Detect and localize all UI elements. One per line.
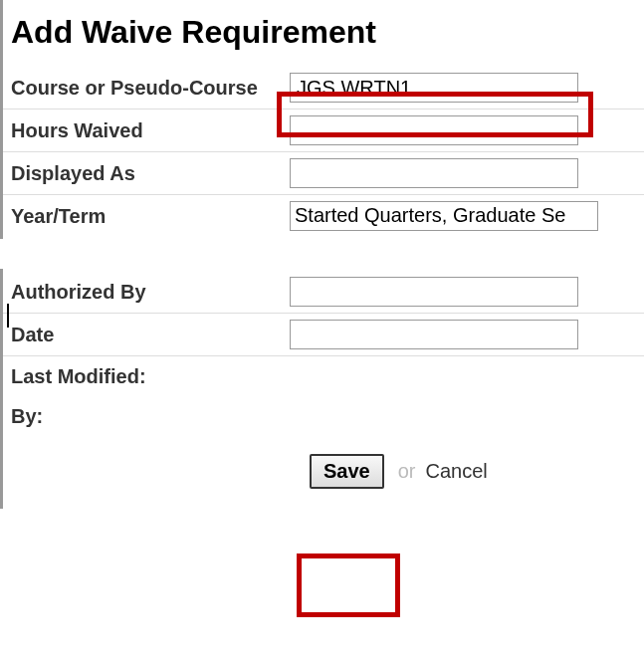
input-hours[interactable] [290,115,578,145]
row-course: Course or Pseudo-Course [3,67,644,110]
text-cursor [7,304,9,328]
label-by: By: [11,405,290,428]
input-date[interactable] [290,320,578,349]
or-text: or [398,460,416,483]
button-row: Save or Cancel [3,436,644,507]
row-authorized: Authorized By [3,271,644,314]
label-course: Course or Pseudo-Course [11,77,290,100]
cancel-link[interactable]: Cancel [426,460,488,483]
label-hours: Hours Waived [11,119,290,142]
label-lastmod: Last Modified: [11,365,290,388]
page-title: Add Waive Requirement [3,2,644,67]
section-gap [0,239,644,269]
label-yearterm: Year/Term [11,205,290,228]
row-hours: Hours Waived [3,110,644,152]
label-displayed: Displayed As [11,162,290,185]
row-by: By: [3,396,644,436]
row-lastmod: Last Modified: [3,356,644,396]
input-course[interactable] [290,73,578,103]
row-displayed: Displayed As [3,152,644,195]
input-displayed[interactable] [290,158,578,188]
select-yearterm[interactable]: Started Quarters, Graduate Se [290,201,598,231]
save-button[interactable]: Save [310,454,384,489]
label-date: Date [11,324,290,346]
highlight-save-button [297,553,400,617]
input-authorized[interactable] [290,277,578,307]
label-authorized: Authorized By [11,281,290,304]
top-section: Add Waive Requirement Course or Pseudo-C… [0,0,644,239]
row-yearterm: Year/Term Started Quarters, Graduate Se [3,195,644,237]
row-date: Date [3,314,644,356]
bottom-section: Authorized By Date Last Modified: By: Sa… [0,269,644,509]
